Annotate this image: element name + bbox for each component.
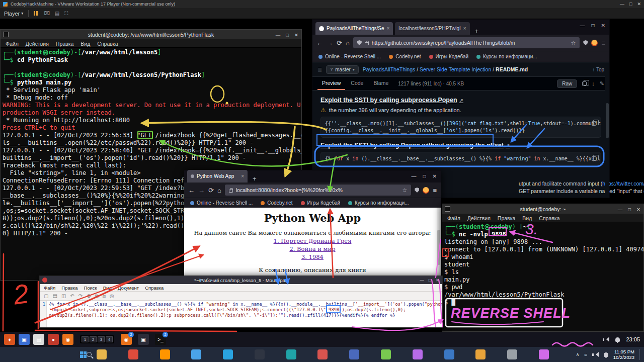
minimize-button[interactable]: — xyxy=(276,32,281,38)
scrollbar-thumb[interactable] xyxy=(437,230,440,265)
maximize-button[interactable]: □ xyxy=(592,23,595,28)
tab-close-icon[interactable]: × xyxy=(463,26,466,31)
volume-icon[interactable] xyxy=(603,337,609,342)
tab-close-icon[interactable]: × xyxy=(241,173,244,179)
bookmark-item[interactable]: Codeby.net xyxy=(389,54,421,59)
maximize-button[interactable]: □ xyxy=(286,32,289,38)
app-magenta-icon[interactable] xyxy=(539,349,549,359)
fullscreen-icon[interactable]: ⛶ xyxy=(64,11,68,17)
app-blue-1-icon[interactable] xyxy=(191,349,201,359)
bookmark-item[interactable]: Online - Reverse Shell ... xyxy=(190,200,253,206)
menu-item[interactable]: Справка xyxy=(539,215,559,221)
file-manager-icon[interactable]: ▤ xyxy=(33,334,44,345)
show-desktop-button[interactable] xyxy=(639,349,641,360)
editor-body[interactable]: 1 {% for x in ().__class__.__base__.__su… xyxy=(40,301,442,327)
menu-item[interactable]: Справка xyxy=(97,41,118,47)
tracking-shield-icon[interactable] xyxy=(415,188,419,193)
workspace-button[interactable]: 3 xyxy=(98,336,105,342)
tab-close-icon[interactable]: × xyxy=(387,26,390,31)
menu-item[interactable]: Действия xyxy=(26,41,49,47)
menu-item[interactable]: Файл xyxy=(447,215,460,221)
view-tab[interactable]: Code xyxy=(346,77,368,90)
tab-payloadsallthethings[interactable]: PayloadsAllTheThings/Se × xyxy=(315,22,393,35)
pause-icon[interactable] xyxy=(34,11,39,17)
menu-item[interactable]: Вид xyxy=(522,215,532,221)
vm-close-button[interactable]: ✕ xyxy=(637,2,641,7)
workspace-button[interactable]: 4 xyxy=(106,336,113,342)
bookmark-star-icon[interactable]: ☆ xyxy=(571,40,576,46)
copy-icon[interactable]: ⧉ xyxy=(95,293,99,299)
scrollbar-thumb[interactable] xyxy=(606,103,609,138)
view-tab[interactable]: Preview xyxy=(317,77,345,90)
tray-chevron-icon[interactable]: ∧ xyxy=(576,352,580,357)
redo-icon[interactable]: ↷ xyxy=(78,293,83,299)
firefox-launcher-icon[interactable]: ◉ xyxy=(62,334,73,345)
app-red-icon[interactable] xyxy=(317,349,328,359)
close-button[interactable]: ✕ xyxy=(433,173,437,179)
firefox-account-icon[interactable] xyxy=(591,40,598,46)
bookmark-item[interactable]: Online - Reverse Shell ... xyxy=(318,54,381,59)
terminal-window-icon[interactable]: >_2 xyxy=(155,334,166,345)
scrollbar[interactable] xyxy=(605,62,609,198)
search-icon[interactable]: ◎ xyxy=(110,293,114,299)
close-button[interactable]: ✕ xyxy=(294,32,298,38)
browser-firefox-icon[interactable] xyxy=(160,349,170,359)
vm-maximize-button[interactable]: □ xyxy=(629,2,632,7)
workspace-button[interactable]: 1 xyxy=(82,336,89,342)
tab-localhost-phptwig[interactable]: localhost/lesson5/PHPTwigI × xyxy=(395,22,469,35)
minimize-button[interactable]: — xyxy=(580,23,585,28)
back-to-top-link[interactable]: ↑ Top xyxy=(592,67,604,72)
forward-icon[interactable]: → xyxy=(327,39,333,47)
book-link[interactable]: 3. 1984 xyxy=(184,253,441,260)
firefox-window-icon[interactable]: ◉2 xyxy=(121,334,132,345)
close-button[interactable]: ✕ xyxy=(436,278,439,283)
sidebar-toggle-icon[interactable]: ≣ xyxy=(317,66,322,73)
menu-item[interactable]: Правка xyxy=(61,285,77,291)
menu-item[interactable]: Документ xyxy=(118,285,139,291)
branch-selector[interactable]: Y master ▾ xyxy=(326,65,359,74)
menu-item[interactable]: Файл xyxy=(44,285,55,291)
menu-item[interactable]: Действия xyxy=(467,215,491,221)
copy-icon[interactable] xyxy=(592,121,596,126)
terminal-titlebar[interactable]: student@codeby: ~ — □ ✕ xyxy=(442,204,643,214)
editor-titlebar[interactable]: *~/Рабочий стол/tmp_lesson_5 - Mousepad … xyxy=(40,276,442,284)
tracking-shield-icon[interactable] xyxy=(583,40,588,45)
back-icon[interactable]: ← xyxy=(316,39,323,47)
clock[interactable]: 11:05 PM 10/2/2023 xyxy=(613,349,634,360)
app-green-icon[interactable] xyxy=(381,349,391,359)
minimize-button[interactable]: — xyxy=(420,278,424,283)
home-icon[interactable]: ⌂ xyxy=(217,187,221,194)
new-tab-button[interactable]: + xyxy=(472,27,482,35)
undo-icon[interactable]: ↶ xyxy=(70,293,74,299)
menu-item[interactable]: Вид xyxy=(103,285,112,291)
app-blue-2-icon[interactable] xyxy=(444,349,454,359)
copy-icon[interactable] xyxy=(592,156,596,161)
search-icon[interactable] xyxy=(87,352,92,357)
app-red-icon[interactable]: ● xyxy=(48,334,59,345)
url-bar[interactable]: https://github.com/swisskyrepo/PayloadsA… xyxy=(353,37,580,48)
open-file-icon[interactable]: ▤ xyxy=(52,293,57,299)
browser-chrome-icon[interactable] xyxy=(128,349,138,359)
app-gray-icon[interactable] xyxy=(507,349,517,359)
refresh-icon[interactable]: ⟳ xyxy=(208,187,214,194)
paste-icon[interactable]: ⧈ xyxy=(103,293,106,299)
new-file-icon[interactable]: ▢ xyxy=(44,293,48,299)
app-purple-icon[interactable] xyxy=(413,349,423,359)
bookmark-star-icon[interactable]: ☆ xyxy=(403,187,408,194)
copy-icon[interactable] xyxy=(582,81,587,86)
ctrl-alt-del-icon[interactable]: ⌧ xyxy=(44,11,50,16)
download-icon[interactable]: ↓ xyxy=(592,80,595,86)
terminal-titlebar[interactable]: student@codeby: /var/www/html/lesson5/Py… xyxy=(1,30,301,40)
workspace-pager[interactable]: 1234 xyxy=(80,335,114,343)
raw-button[interactable]: Raw xyxy=(557,79,577,88)
breadcrumb-repo[interactable]: PayloadsAllTheThings xyxy=(363,66,415,72)
section-heading[interactable]: Exploit the SSTI by calling subprocess.P… xyxy=(320,97,601,104)
firefox-account-icon[interactable] xyxy=(423,187,429,194)
menu-icon[interactable]: ≡ xyxy=(601,39,605,47)
url-bar[interactable]: localhost:8080/index?book={%%20for%20x% … xyxy=(225,185,412,196)
maximize-button[interactable]: □ xyxy=(429,278,431,283)
app-amber-icon[interactable] xyxy=(475,349,486,359)
menu-item[interactable]: Справка xyxy=(145,285,164,291)
back-icon[interactable]: ← xyxy=(188,187,195,194)
app-teal-icon[interactable] xyxy=(286,349,296,359)
